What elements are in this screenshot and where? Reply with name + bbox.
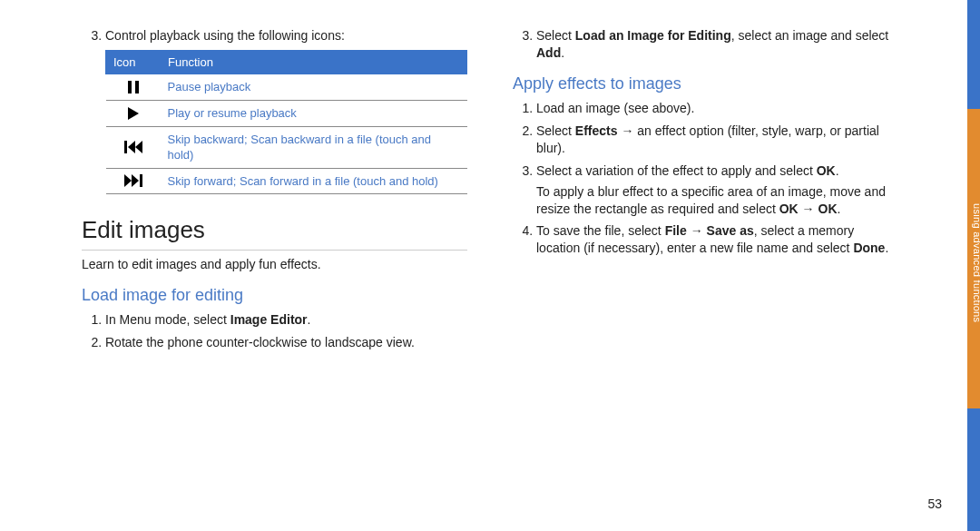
effects-label: Effects [575, 123, 618, 138]
header-function: Function [161, 50, 467, 74]
skip-forward-icon [106, 168, 161, 194]
svg-rect-3 [124, 141, 127, 153]
svg-rect-1 [135, 81, 139, 93]
header-icon: Icon [106, 50, 161, 74]
heading-apply-effects: Apply effects to images [513, 73, 898, 94]
page-number: 53 [927, 496, 942, 513]
load-step-3: Select Load an Image for Editing, select… [536, 27, 898, 62]
table-row: Play or resume playback [106, 100, 467, 126]
effects-step-4: To save the file, select File → Save as,… [536, 222, 898, 257]
play-icon [106, 100, 161, 126]
svg-rect-8 [140, 174, 142, 187]
sidebar-section-label: using advanced functions [964, 150, 980, 377]
heading-load-image: Load image for editing [82, 284, 467, 306]
effects-step-1: Load an image (see above). [536, 100, 898, 117]
load-step-1: In Menu mode, select Image Editor. [105, 311, 467, 329]
edit-images-intro: Learn to edit images and apply fun effec… [82, 256, 467, 273]
effects-step-2: Select Effects → an effect option (filte… [536, 123, 898, 157]
pause-label: Pause playback [161, 74, 467, 101]
play-label: Play or resume playback [161, 100, 467, 126]
playback-step-3: Control playback using the following ico… [105, 27, 467, 194]
playback-steps: Control playback using the following ico… [82, 27, 467, 194]
table-row: Skip backward; Scan backward in a file (… [106, 126, 467, 168]
page-content: Control playback using the following ico… [0, 0, 980, 375]
heading-edit-images: Edit images [82, 214, 467, 251]
icon-function-table: Icon Function Pause playback Play or r [105, 50, 467, 194]
left-column: Control playback using the following ico… [82, 27, 467, 357]
svg-marker-5 [135, 141, 142, 153]
skip-back-icon [106, 126, 161, 168]
ok-label: OK [817, 163, 836, 178]
playback-step-3-text: Control playback using the following ico… [105, 28, 345, 43]
right-column: Select Load an Image for Editing, select… [513, 27, 898, 357]
skip-forward-label: Skip forward; Scan forward in a file (to… [161, 168, 467, 194]
svg-marker-4 [128, 141, 135, 153]
svg-marker-2 [128, 107, 139, 120]
load-image-steps: In Menu mode, select Image Editor. Rotat… [82, 311, 467, 351]
svg-marker-7 [132, 174, 139, 187]
save-as-label: Save as [707, 223, 754, 238]
load-image-steps-cont: Select Load an Image for Editing, select… [513, 27, 898, 62]
pause-icon [106, 74, 161, 101]
skip-back-label: Skip backward; Scan backward in a file (… [161, 126, 467, 168]
table-row: Skip forward; Scan forward in a file (to… [106, 168, 467, 194]
file-label: File [665, 223, 687, 238]
done-label: Done [853, 241, 885, 255]
blur-note: To apply a blur effect to a specific are… [536, 183, 898, 218]
apply-effects-steps: Load an image (see above). Select Effect… [513, 100, 898, 257]
effects-step-3: Select a variation of the effect to appl… [536, 162, 898, 218]
add-label: Add [536, 45, 561, 60]
table-row: Pause playback [106, 74, 467, 101]
load-step-2: Rotate the phone counter-clockwise to la… [105, 334, 467, 351]
image-editor-label: Image Editor [230, 312, 308, 327]
svg-rect-0 [128, 81, 132, 93]
table-header-row: Icon Function [106, 50, 467, 74]
svg-marker-6 [124, 174, 132, 187]
load-an-image-label: Load an Image for Editing [575, 28, 731, 43]
